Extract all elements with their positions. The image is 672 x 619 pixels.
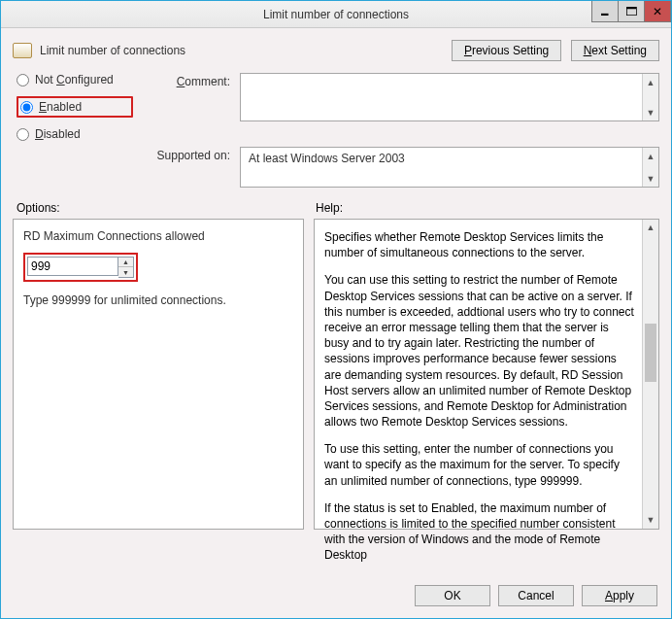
radio-not-configured[interactable]: Not Configured (17, 73, 133, 86)
scroll-up-icon[interactable]: ▲ (643, 148, 658, 164)
maximize-button[interactable]: 🗖 (618, 1, 645, 22)
comment-scrollbar[interactable]: ▲ ▼ (642, 74, 658, 120)
radio-disabled[interactable]: Disabled (17, 127, 133, 141)
scroll-track[interactable] (643, 236, 658, 512)
spin-buttons: ▲ ▼ (118, 257, 134, 278)
policy-title: Limit number of connections (40, 44, 185, 57)
dialog-content: Limit number of connections Previous Set… (1, 28, 671, 618)
apply-button[interactable]: Apply (582, 585, 657, 606)
header-row: Limit number of connections Previous Set… (13, 40, 659, 61)
window-title: Limit number of connections (1, 8, 671, 21)
comment-textbox[interactable]: ▲ ▼ (240, 73, 659, 121)
radio-enabled-label: Enabled (39, 100, 82, 114)
radio-not-configured-label: Not Configured (35, 73, 114, 86)
help-label: Help: (316, 201, 343, 215)
help-paragraph: You can use this setting to restrict the… (324, 272, 635, 430)
spin-down-icon[interactable]: ▼ (118, 267, 133, 277)
max-connections-label: RD Maximum Connections allowed (23, 229, 293, 243)
help-paragraph: Specifies whether Remote Desktop Service… (324, 229, 635, 260)
previous-setting-button[interactable]: Previous Setting (452, 40, 561, 61)
max-connections-input[interactable] (27, 257, 118, 276)
titlebar: Limit number of connections 🗕 🗖 ✕ (1, 1, 671, 28)
comment-label: Comment: (133, 73, 240, 88)
minimize-button[interactable]: 🗕 (591, 1, 619, 22)
radio-not-configured-input[interactable] (17, 74, 29, 86)
help-scrollbar[interactable]: ▲ ▼ (642, 220, 658, 529)
scroll-thumb[interactable] (645, 324, 656, 382)
spin-up-icon[interactable]: ▲ (118, 258, 133, 267)
radio-enabled-input[interactable] (20, 101, 33, 114)
section-labels: Options: Help: (13, 201, 659, 215)
options-panel: RD Maximum Connections allowed ▲ ▼ Type … (13, 219, 304, 530)
help-paragraph: If the status is set to Enabled, the max… (324, 500, 635, 564)
window-controls: 🗕 🗖 ✕ (592, 1, 671, 22)
dialog-buttons: OK Cancel Apply (415, 585, 657, 606)
supported-scrollbar[interactable]: ▲ ▼ (642, 148, 658, 187)
radio-disabled-label: Disabled (35, 127, 81, 141)
cancel-button[interactable]: Cancel (498, 585, 574, 606)
radio-disabled-input[interactable] (17, 128, 29, 141)
radio-enabled[interactable]: Enabled (20, 100, 82, 114)
max-connections-highlight: ▲ ▼ (23, 253, 138, 282)
enabled-highlight: Enabled (17, 96, 133, 118)
supported-on-textbox: At least Windows Server 2003 ▲ ▼ (240, 147, 659, 188)
help-panel: Specifies whether Remote Desktop Service… (314, 219, 659, 530)
supported-on-label: Supported on: (133, 147, 240, 162)
close-button[interactable]: ✕ (644, 1, 671, 22)
scroll-up-icon[interactable]: ▲ (643, 74, 658, 90)
scroll-up-icon[interactable]: ▲ (643, 220, 658, 236)
ok-button[interactable]: OK (415, 585, 490, 606)
scroll-down-icon[interactable]: ▼ (643, 104, 658, 120)
next-setting-button[interactable]: Next Setting (571, 40, 659, 61)
scroll-down-icon[interactable]: ▼ (643, 512, 658, 529)
policy-icon (13, 43, 32, 58)
scroll-down-icon[interactable]: ▼ (643, 170, 658, 187)
help-paragraph: To use this setting, enter the number of… (324, 441, 635, 489)
state-radio-group: Not Configured Enabled Disabled (17, 73, 133, 141)
unlimited-note: Type 999999 for unlimited connections. (23, 293, 293, 307)
supported-on-value: At least Windows Server 2003 (241, 148, 658, 169)
options-label: Options: (17, 201, 316, 215)
